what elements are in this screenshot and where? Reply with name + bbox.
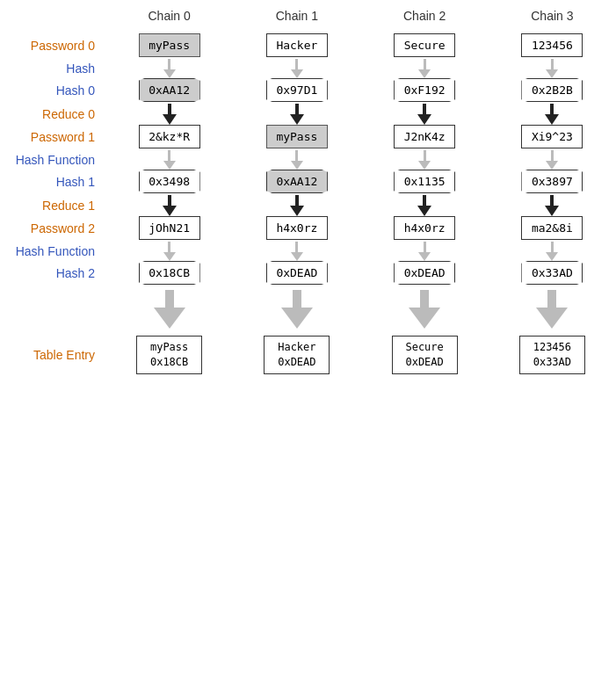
arrow-dark-2-1 (417, 195, 431, 216)
hash-arrows-0 (105, 59, 616, 78)
arrow-light-2-2 (418, 242, 431, 261)
arrow-light-3-1 (546, 150, 558, 170)
arrow-light-0-2 (163, 242, 176, 261)
password0-row: Password 0 myPass Hacker Secure 123456 (0, 33, 616, 57)
hash2-node-2: 0xDEAD (394, 261, 455, 285)
big-arrow-0 (154, 290, 185, 329)
arrow-dark-0-1 (163, 195, 177, 216)
arrow-dark-2-0 (417, 104, 431, 125)
password2-label: Password 2 (0, 221, 105, 235)
password0-node-2: Secure (394, 33, 455, 57)
chain-2-header: Chain 2 (403, 9, 446, 23)
big-arrows-row (0, 290, 616, 329)
password1-node-1: myPass (266, 125, 328, 148)
password1-node-2: J2nK4z (394, 125, 455, 148)
password2-nodes: jOhN21 h4x0rz h4x0rz ma2&8i (105, 216, 616, 240)
hashfunction1-label: Hash Function (0, 153, 105, 167)
hash1-node-3: 0x3897 (521, 170, 583, 193)
arrow-light-3-0 (546, 59, 558, 78)
hash-label-row: Hash (0, 59, 616, 78)
arrow-dark-0-0 (163, 104, 177, 125)
table-entry-2: Secure 0xDEAD (392, 336, 458, 374)
password2-row: Password 2 jOhN21 h4x0rz h4x0rz ma2&8i (0, 216, 616, 240)
password1-nodes: 2&kz*R myPass J2nK4z Xi9^23 (105, 125, 616, 148)
hash0-row: Hash 0 0xAA12 0x97D1 0xF192 0x2B2B (0, 78, 616, 102)
hash1-node-1: 0xAA12 (266, 170, 328, 193)
table-entry-0: myPass 0x18CB (136, 336, 202, 374)
hash1-row: Hash 1 0x3498 0xAA12 0x1135 0x3897 (0, 170, 616, 193)
arrow-light-1-0 (291, 59, 303, 78)
hash0-nodes: 0xAA12 0x97D1 0xF192 0x2B2B (105, 78, 616, 102)
password1-label: Password 1 (0, 130, 105, 144)
hash2-node-0: 0x18CB (139, 261, 200, 285)
hash2-node-1: 0xDEAD (266, 261, 328, 285)
hash0-label: Hash 0 (0, 83, 105, 98)
hash0-node-2: 0xF192 (394, 78, 455, 102)
password0-node-1: Hacker (266, 33, 328, 57)
password1-node-0: 2&kz*R (139, 125, 200, 148)
reduce0-label: Reduce 0 (0, 107, 105, 121)
hashfunction1-row: Hash Function (0, 150, 616, 170)
big-arrow-3 (536, 290, 568, 329)
hash0-node-1: 0x97D1 (266, 78, 328, 102)
big-arrows (105, 290, 616, 329)
table-entries: myPass 0x18CB Hacker 0xDEAD Secure 0xDEA… (105, 336, 616, 374)
arrow-light-1-2 (291, 242, 303, 261)
arrow-dark-1-0 (290, 104, 304, 125)
password2-node-1: h4x0rz (266, 216, 328, 240)
hashfn1-arrows (105, 150, 616, 170)
reduce1-arrows (105, 195, 616, 216)
arrow-light-0-1 (163, 150, 176, 170)
password2-node-3: ma2&8i (521, 216, 583, 240)
chain-headers: Chain 0 Chain 1 Chain 2 Chain 3 (105, 9, 616, 26)
reduce0-arrows (105, 104, 616, 125)
reduce1-row: Reduce 1 (0, 195, 616, 216)
arrow-light-0-0 (163, 59, 176, 78)
table-entry-1: Hacker 0xDEAD (264, 336, 330, 374)
hashfunction2-label: Hash Function (0, 244, 105, 258)
password0-nodes: myPass Hacker Secure 123456 (105, 33, 616, 57)
table-entry-3: 123456 0x33AD (519, 336, 585, 374)
password1-row: Password 1 2&kz*R myPass J2nK4z Xi9^23 (0, 125, 616, 148)
hash0-node-3: 0x2B2B (521, 78, 583, 102)
hash2-node-3: 0x33AD (521, 261, 583, 285)
password0-node-0: myPass (139, 33, 200, 57)
password0-node-3: 123456 (521, 33, 583, 57)
hash-label: Hash (0, 62, 105, 76)
hashfunction2-row: Hash Function (0, 242, 616, 261)
hash2-row: Hash 2 0x18CB 0xDEAD 0xDEAD 0x33AD (0, 261, 616, 285)
arrow-dark-3-1 (545, 195, 559, 216)
big-arrow-1 (281, 290, 313, 329)
hash2-nodes: 0x18CB 0xDEAD 0xDEAD 0x33AD (105, 261, 616, 285)
hash0-node-0: 0xAA12 (139, 78, 200, 102)
hash1-label: Hash 1 (0, 175, 105, 189)
diagram: Chain 0 Chain 1 Chain 2 Chain 3 Password… (0, 0, 616, 383)
table-entry-label: Table Entry (0, 348, 105, 362)
hash1-node-0: 0x3498 (139, 170, 200, 193)
password2-node-0: jOhN21 (139, 216, 200, 240)
arrow-dark-3-0 (545, 104, 559, 125)
big-arrow-2 (409, 290, 440, 329)
chain-3-header: Chain 3 (531, 9, 573, 23)
password2-node-2: h4x0rz (394, 216, 455, 240)
chain-0-header: Chain 0 (148, 9, 190, 23)
hash2-label: Hash 2 (0, 266, 105, 280)
hashfn2-arrows (105, 242, 616, 261)
reduce1-label: Reduce 1 (0, 199, 105, 213)
hash1-nodes: 0x3498 0xAA12 0x1135 0x3897 (105, 170, 616, 193)
password1-node-3: Xi9^23 (521, 125, 583, 148)
password0-label: Password 0 (0, 39, 105, 53)
arrow-light-3-2 (546, 242, 558, 261)
chain-1-header: Chain 1 (276, 9, 318, 23)
reduce0-row: Reduce 0 (0, 104, 616, 125)
arrow-light-2-0 (418, 59, 431, 78)
arrow-light-2-1 (418, 150, 431, 170)
arrow-light-1-1 (291, 150, 303, 170)
arrow-dark-1-1 (290, 195, 304, 216)
hash1-node-2: 0x1135 (394, 170, 455, 193)
table-entry-row: Table Entry myPass 0x18CB Hacker 0xDEAD … (0, 336, 616, 374)
